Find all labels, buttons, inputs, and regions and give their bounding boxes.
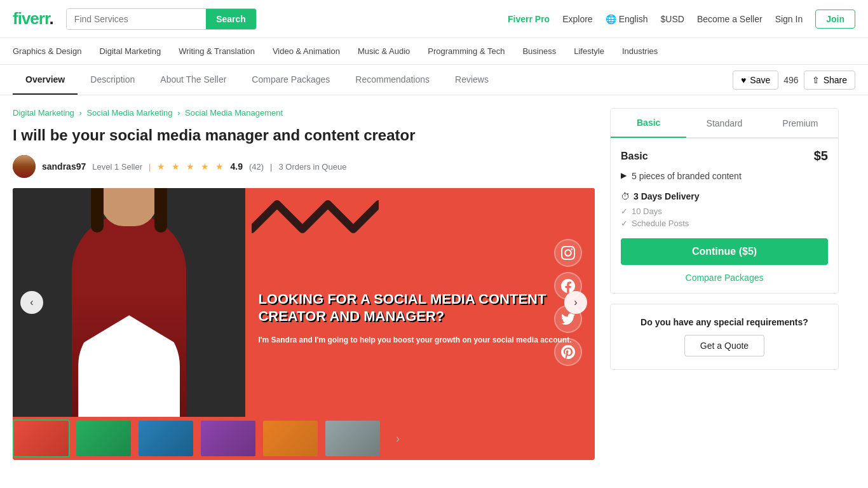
star-4: ★ (201, 161, 209, 172)
page-navigation: Overview Description About The Seller Co… (0, 65, 868, 95)
thumb-image-3 (139, 421, 193, 456)
sign-in-link[interactable]: Sign In (775, 14, 803, 24)
avatar (13, 155, 36, 178)
thumbnail-next-arrow[interactable]: › (386, 419, 409, 458)
page-nav-actions: ♥ Save 496 ⇧ Share (733, 71, 855, 90)
share-button[interactable]: ⇧ Share (804, 71, 855, 90)
breadcrumb-social-media-marketing[interactable]: Social Media Marketing (86, 108, 172, 118)
fiverr-pro-link[interactable]: Fiverr Pro (508, 14, 550, 24)
package-extras: ✓ 10 Days ✓ Schedule Posts (621, 207, 828, 228)
category-programming-tech[interactable]: Programming & Tech (428, 46, 505, 56)
carousel-main-text: LOOKING FOR A SOCIAL MEDIA CONTENT CREAT… (258, 291, 582, 325)
search-input[interactable] (67, 9, 206, 29)
become-seller-link[interactable]: Become a Seller (697, 14, 763, 24)
tab-about-seller[interactable]: About The Seller (147, 65, 239, 95)
continue-button[interactable]: Continue ($5) (621, 238, 828, 265)
star-3: ★ (186, 161, 194, 172)
tab-premium[interactable]: Premium (763, 109, 838, 138)
thumbnail-2[interactable] (75, 419, 132, 458)
tab-compare-packages[interactable]: Compare Packages (239, 65, 342, 95)
extra-item-1: ✓ 10 Days (621, 207, 828, 216)
category-music-audio[interactable]: Music & Audio (358, 46, 410, 56)
thumbnail-strip: › (13, 417, 595, 460)
extra-text-2: Schedule Posts (632, 219, 689, 228)
breadcrumb-digital-marketing[interactable]: Digital Marketing (13, 108, 74, 118)
reviews-count[interactable]: (42) (249, 162, 264, 172)
breadcrumb-social-media-management[interactable]: Social Media Management (185, 108, 283, 118)
explore-link[interactable]: Explore (562, 14, 592, 24)
package-content: Basic $5 ▶ 5 pieces of branded content ⏱… (611, 139, 838, 293)
special-requirements-box: Do you have any special requirements? Ge… (610, 304, 839, 370)
check-icon-2: ✓ (621, 219, 628, 228)
heart-icon: ♥ (741, 75, 746, 85)
category-writing-translation[interactable]: Writing & Translation (179, 46, 255, 56)
clock-icon: ⏱ (621, 191, 630, 201)
orders-queue: 3 Orders in Queue (278, 162, 346, 172)
play-icon: ▶ (621, 171, 627, 180)
search-button[interactable]: Search (206, 9, 256, 29)
delivery-text: 3 Days Delivery (634, 191, 700, 201)
get-quote-button[interactable]: Get a Quote (684, 335, 764, 356)
breadcrumb-separator-1: › (79, 108, 84, 118)
language-label: English (619, 14, 648, 24)
logo-dot: . (50, 9, 53, 28)
extra-item-2: ✓ Schedule Posts (621, 219, 828, 228)
tab-recommendations[interactable]: Recommendations (342, 65, 442, 95)
star-2: ★ (172, 161, 180, 172)
thumb-image-2 (76, 421, 131, 456)
main-content: Digital Marketing › Social Media Marketi… (0, 95, 851, 468)
category-video-animation[interactable]: Video & Animation (273, 46, 340, 56)
tab-description[interactable]: Description (78, 65, 147, 95)
tab-overview[interactable]: Overview (13, 65, 78, 95)
tab-standard[interactable]: Standard (686, 109, 762, 138)
thumb-image-6 (325, 421, 380, 456)
carousel-right-panel: LOOKING FOR A SOCIAL MEDIA CONTENT CREAT… (245, 188, 595, 417)
left-column: Digital Marketing › Social Media Marketi… (13, 108, 595, 468)
carousel-sub-text: I'm Sandra and I'm going to help you boo… (258, 335, 582, 346)
carousel-text: LOOKING FOR A SOCIAL MEDIA CONTENT CREAT… (258, 291, 582, 346)
category-navigation: Graphics & Design Digital Marketing Writ… (0, 38, 868, 65)
gig-title: I will be your social media manager and … (13, 125, 595, 145)
logo[interactable]: fiverr. (13, 9, 53, 29)
language-selector[interactable]: 🌐 English (606, 14, 648, 24)
thumbnail-3[interactable] (137, 419, 194, 458)
seller-name[interactable]: sandras97 (42, 161, 86, 172)
currency-selector[interactable]: $USD (661, 14, 684, 24)
thumbnail-4[interactable] (200, 419, 257, 458)
tab-reviews[interactable]: Reviews (442, 65, 501, 95)
category-industries[interactable]: Industries (622, 46, 658, 56)
package-header: Basic $5 (621, 149, 828, 163)
package-price: $5 (814, 149, 828, 163)
save-label: Save (750, 75, 770, 85)
rating-value: 4.9 (230, 161, 242, 172)
category-business[interactable]: Business (522, 46, 556, 56)
share-label: Share (824, 75, 847, 85)
thumbnail-6[interactable] (324, 419, 381, 458)
carousel-next-button[interactable]: › (564, 291, 587, 314)
separator: | (270, 162, 272, 172)
package-box: Basic Standard Premium Basic $5 ▶ 5 piec… (610, 108, 839, 294)
carousel-left-panel (13, 188, 245, 417)
thumb-image-4 (201, 421, 255, 456)
thumbnail-1[interactable] (13, 419, 70, 458)
check-icon-1: ✓ (621, 207, 628, 216)
seller-info: sandras97 Level 1 Seller | ★ ★ ★ ★ ★ 4.9… (13, 155, 595, 178)
join-button[interactable]: Join (815, 10, 855, 29)
carousel-prev-button[interactable]: ‹ (20, 291, 43, 314)
seller-level: Level 1 Seller (92, 162, 142, 172)
tab-basic[interactable]: Basic (611, 109, 686, 138)
package-feature-text: 5 pieces of branded content (632, 171, 742, 181)
carousel-content: LOOKING FOR A SOCIAL MEDIA CONTENT CREAT… (13, 188, 595, 417)
top-nav-right: Fiverr Pro Explore 🌐 English $USD Become… (508, 10, 855, 29)
package-name: Basic (621, 151, 648, 162)
category-lifestyle[interactable]: Lifestyle (574, 46, 604, 56)
thumbnail-5[interactable] (262, 419, 319, 458)
category-digital-marketing[interactable]: Digital Marketing (99, 46, 161, 56)
category-graphics-design[interactable]: Graphics & Design (13, 46, 81, 56)
package-feature: ▶ 5 pieces of branded content (621, 171, 828, 181)
compare-packages-link[interactable]: Compare Packages (621, 273, 828, 283)
special-req-text: Do you have any special requirements? (623, 317, 825, 327)
globe-icon: 🌐 (606, 14, 616, 24)
save-button[interactable]: ♥ Save (733, 71, 778, 90)
right-column: Basic Standard Premium Basic $5 ▶ 5 piec… (610, 108, 839, 468)
